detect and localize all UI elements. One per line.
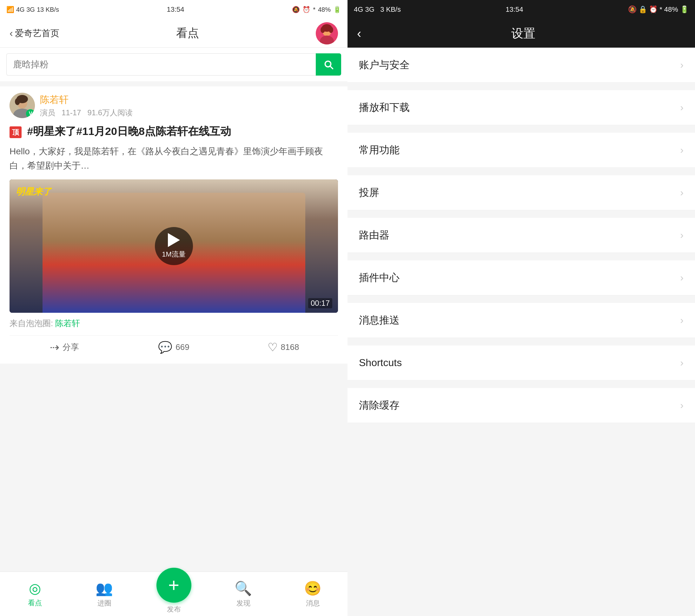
discover-label: 发现 [236,599,250,608]
right-network-speed: 3 KB/s [380,5,401,13]
settings-list: 账户与安全 › 播放和下载 › 常用功能 › 投屏 › [348,48,695,616]
settings-account-chevron: › [680,59,683,71]
comments-count: 669 [175,342,189,352]
settings-item-account[interactable]: 账户与安全 › [348,48,695,83]
settings-cast-chevron: › [680,187,683,198]
message-icon: 😊 [304,580,321,597]
left-status-right: 🔕 ⏰ * 48% 🔋 [292,6,341,13]
comment-icon: 💬 [158,341,172,354]
settings-plugins-label: 插件中心 [359,271,680,285]
settings-gap-4 [348,210,695,218]
settings-title: 设置 [511,26,536,41]
share-icon: ⇢ [50,341,60,354]
right-status-time: 13:54 [506,5,523,14]
settings-notifications-label: 消息推送 [359,313,680,327]
right-notification-icon: 🔕 [628,5,637,13]
settings-group-6: 插件中心 › [348,260,695,295]
search-button[interactable] [316,53,341,76]
svg-point-4 [321,27,325,33]
settings-item-plugins[interactable]: 插件中心 › [348,260,695,295]
notification-icon: 🔕 [292,6,300,13]
bottom-nav: ◎ 看点 👥 进圈 + 发布 🔍 发现 😊 消息 [0,571,348,616]
settings-back-button[interactable]: ‹ [357,26,361,40]
battery-icon: 🔋 [333,6,341,13]
right-network-type: 4G 3G [354,5,374,13]
author-row: V 陈若轩 演员 11-17 91.6万人阅读 [10,93,338,118]
back-chevron-icon: ‹ [10,27,13,39]
share-label: 分享 [63,342,79,353]
video-play-button[interactable]: 1M流量 [155,227,193,265]
nav-item-discover[interactable]: 🔍 发现 [208,580,278,608]
nav-item-jinquan[interactable]: 👥 进圈 [69,580,139,608]
action-bar: ⇢ 分享 💬 669 ♡ 8168 [10,335,338,357]
left-nav-title: 看点 [176,26,199,41]
settings-gap-7 [348,338,695,346]
message-label: 消息 [306,599,320,608]
right-status-right: 🔕 🔒 ⏰ * 48% 🔋 [628,5,689,14]
settings-router-label: 路由器 [359,228,680,242]
back-label: 爱奇艺首页 [15,27,60,39]
video-data-label: 1M流量 [162,250,186,259]
source-prefix: 来自泡泡圈: [10,318,53,328]
fab-plus-icon: + [168,574,179,596]
nav-item-message[interactable]: 😊 消息 [278,580,348,608]
video-overlay-label: 明星来了 [16,186,51,198]
share-button[interactable]: ⇢ 分享 [10,341,119,354]
settings-item-functions[interactable]: 常用功能 › [348,133,695,168]
search-input[interactable] [6,53,316,76]
user-avatar[interactable] [316,22,338,45]
comments-button[interactable]: 💬 669 [119,341,228,354]
settings-router-chevron: › [680,229,683,241]
article-title-text: #明星来了#11月20日晚8点陈若轩在线互动 [27,125,231,137]
likes-button[interactable]: ♡ 8168 [228,341,338,354]
author-role: 演员 [40,108,55,117]
right-status-bar: 4G 3G 3 KB/s 13:54 🔕 🔒 ⏰ * 48% 🔋 [348,0,695,19]
jinquan-icon: 👥 [96,580,113,597]
nav-item-kandian[interactable]: ◎ 看点 [0,580,69,608]
search-bar [0,48,348,81]
settings-gap-3 [348,168,695,175]
settings-group-9: 清除缓存 › [348,388,695,423]
settings-item-playback[interactable]: 播放和下载 › [348,90,695,125]
settings-group-7: 消息推送 › [348,303,695,338]
fab-publish-button[interactable]: + [156,568,191,603]
right-top-nav: ‹ 设置 [348,19,695,48]
settings-group-5: 路由器 › [348,218,695,253]
settings-account-label: 账户与安全 [359,58,680,72]
settings-item-clear-cache[interactable]: 清除缓存 › [348,388,695,423]
settings-gap-8 [348,380,695,388]
publish-label: 发布 [167,604,181,614]
settings-shortcuts-chevron: › [680,357,683,369]
svg-point-10 [15,98,20,105]
author-name[interactable]: 陈若轩 [40,93,338,106]
left-status-bar: 📶 4G 3G 13 KB/s 13:54 🔕 ⏰ * 48% 🔋 [0,0,348,19]
left-top-nav: ‹ 爱奇艺首页 看点 [0,19,348,48]
video-thumbnail[interactable]: 明星来了 1M流量 00:17 [10,179,338,313]
left-panel: 📶 4G 3G 13 KB/s 13:54 🔕 ⏰ * 48% 🔋 ‹ 爱奇艺首… [0,0,348,616]
vip-badge: V [26,109,35,118]
source-link[interactable]: 陈若轩 [55,318,80,328]
settings-gap-5 [348,253,695,260]
top-badge: 顶 [10,127,21,138]
nav-item-publish[interactable]: + 发布 [139,574,208,614]
settings-item-router[interactable]: 路由器 › [348,218,695,253]
settings-item-notifications[interactable]: 消息推送 › [348,303,695,338]
right-battery-level: 48% [664,5,678,13]
back-button[interactable]: ‹ 爱奇艺首页 [10,27,60,39]
author-info: 陈若轩 演员 11-17 91.6万人阅读 [40,93,338,118]
left-status-left: 📶 4G 3G 13 KB/s [6,6,59,13]
right-bluetooth-icon: * [659,5,662,13]
article-card: V 陈若轩 演员 11-17 91.6万人阅读 顶 #明星来了#11月20日晚8… [0,86,348,364]
right-alarm-icon: ⏰ [649,5,658,13]
source-line: 来自泡泡圈: 陈若轩 [10,318,338,329]
heart-icon: ♡ [268,341,278,354]
right-back-chevron-icon: ‹ [357,26,361,40]
settings-item-cast[interactable]: 投屏 › [348,175,695,210]
play-triangle-icon [168,233,180,247]
search-icon [323,59,334,70]
settings-item-shortcuts[interactable]: Shortcuts › [348,346,695,380]
settings-clear-cache-label: 清除缓存 [359,399,680,413]
likes-count: 8168 [281,342,299,352]
kandian-label: 看点 [28,598,42,608]
settings-group-2: 播放和下载 › [348,90,695,125]
